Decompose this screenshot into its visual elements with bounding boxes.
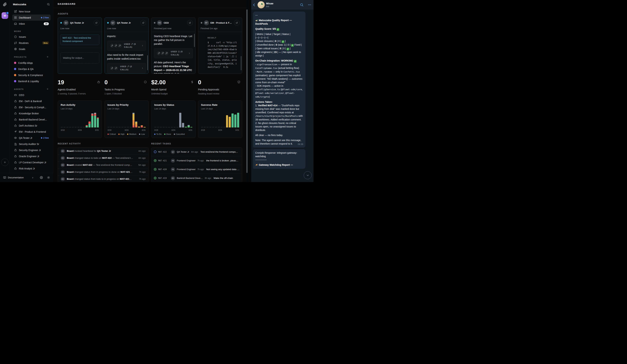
activity-row[interactable]: BOBoard changed status from todo to in p… bbox=[58, 176, 149, 182]
sidebar-item-em-security-compli[interactable]: EM - Security & Compli... bbox=[12, 104, 51, 110]
sidebar-item-coinflip-dapp[interactable]: Coinflip dApp bbox=[12, 60, 51, 66]
activity-row[interactable]: BOBoard changed status to todo on MAT-42… bbox=[58, 155, 149, 161]
open-agent-button[interactable] bbox=[94, 20, 99, 26]
add-projects-button[interactable] bbox=[46, 55, 49, 58]
chat-messages[interactable]: --- Matsuzaka Quality Report — DuckPools… bbox=[251, 10, 314, 182]
stat-subtext: 1 running, 0 paused, 0 errors bbox=[58, 93, 102, 95]
sidebar-item-goals[interactable]: Goals bbox=[12, 46, 51, 52]
task-row-mat-419[interactable]: MAT-419BSBankroll Backend Developer Sr8h… bbox=[152, 174, 242, 182]
circle-dot-icon bbox=[14, 35, 17, 38]
actor-avatar: BO bbox=[61, 170, 65, 174]
tool-calls-chip[interactable]: USED (5 CALLS) bbox=[154, 48, 193, 58]
agent-card-em-product-frontend-4[interactable]: EFEM - Product & FrontendFinished 1m ago… bbox=[198, 17, 242, 74]
add-workspace-button[interactable] bbox=[1, 158, 8, 166]
assignee-avatar: FE bbox=[171, 158, 175, 163]
activity-row[interactable]: BOBoard created MAT-422 — Test end2end t… bbox=[58, 161, 149, 168]
task-link[interactable]: MAT-422 - Test end2end the frontend comp… bbox=[60, 34, 99, 45]
activity-time: 7h ago bbox=[139, 171, 146, 173]
chat-contact-subtitle: bot bbox=[266, 5, 273, 8]
shortcut-hint: v bbox=[32, 176, 33, 179]
external-icon bbox=[236, 22, 238, 24]
activity-time: 4m ago bbox=[138, 150, 146, 152]
sidebar-item-em-defi-bankroll[interactable]: EM - DeFi & Bankroll bbox=[12, 98, 51, 104]
sun-icon[interactable] bbox=[47, 176, 50, 179]
stat-pending-approvals: 0Pending ApprovalsAwaiting board review bbox=[198, 79, 242, 95]
card-scrollbar-thumb[interactable] bbox=[147, 55, 148, 70]
sidebar-item-bankroll-liquidity[interactable]: Bankroll & Liquidity bbox=[12, 78, 51, 84]
chat-panel: Misae bot --- Matsuzaka Quality Report —… bbox=[251, 0, 314, 182]
sidebar-item-new-issue[interactable]: New Issue bbox=[12, 8, 51, 14]
sidebar-item-bankroll-backend-devel[interactable]: Bankroll Backend Devel... bbox=[12, 116, 51, 123]
open-agent-button[interactable] bbox=[140, 20, 146, 26]
scroll-to-bottom-button[interactable] bbox=[304, 171, 312, 179]
gear-icon[interactable] bbox=[40, 176, 43, 179]
sidebar-item-security-engineer-jr[interactable]: Security Engineer Jr bbox=[12, 147, 51, 153]
wrench-icon bbox=[111, 45, 113, 47]
task-row-mat-420[interactable]: MAT-420FEFrontend Engineer7h agoNot seei… bbox=[152, 165, 242, 174]
agent-status-dot bbox=[154, 22, 156, 24]
sidebar-item-knowledge-broker[interactable]: Knowledge Broker bbox=[12, 110, 51, 116]
live-indicator: 2 live bbox=[41, 16, 49, 19]
sidebar-item-oracle-engineer-jr[interactable]: Oracle Engineer Jr bbox=[12, 153, 51, 159]
chat-avatar[interactable] bbox=[258, 1, 265, 8]
robot-icon bbox=[14, 112, 17, 115]
sidebar-item-lp-contract-developer-jr[interactable]: LP Contract Developer Jr bbox=[12, 159, 51, 165]
agent-card-qa-tester-jr-1[interactable]: QJQA Tester JrLive nowMAT-422 - Test end… bbox=[58, 17, 102, 74]
lock-icon bbox=[14, 106, 17, 109]
sidebar-item-issues[interactable]: Issues bbox=[12, 34, 51, 40]
assignee-avatar: QJ bbox=[171, 150, 175, 154]
notification-dot bbox=[6, 11, 9, 14]
task-row-mat-421[interactable]: MAT-421FEFrontend Engineer7h agothe fron… bbox=[152, 156, 242, 165]
activity-row[interactable]: BOBoard changed status from in progress … bbox=[58, 168, 149, 176]
task-row-mat-422[interactable]: MAT-422QJQA Tester Jr4m agoTest end2end … bbox=[152, 148, 242, 156]
agent-card-qa-tester-jr-2[interactable]: QJQA Tester JrLive nowimports:USED (5 CA… bbox=[104, 17, 149, 74]
actor-avatar: BO bbox=[61, 156, 65, 160]
agent-status-dot bbox=[107, 22, 109, 24]
open-agent-button[interactable] bbox=[234, 20, 240, 26]
task-time: 7h ago bbox=[197, 168, 204, 171]
sidebar-item-defi-architect-sr[interactable]: DeFi Architect Sr bbox=[12, 123, 51, 129]
documentation-link[interactable]: Documentation bbox=[8, 176, 30, 179]
chat-menu-icon[interactable] bbox=[308, 3, 312, 7]
sidebar-item-risk-analyst-jr[interactable]: Risk Analyst Jr bbox=[12, 165, 51, 171]
card-scrollbar-thumb[interactable] bbox=[194, 34, 195, 47]
sidebar-item-routines[interactable]: RoutinesBeta bbox=[12, 40, 51, 46]
tool-calls-chip[interactable]: USED (2 CALLS) bbox=[107, 63, 146, 73]
agent-avatar: CE bbox=[157, 20, 162, 25]
page-title: DASHBOARD bbox=[58, 3, 76, 5]
sidebar-item-ceo[interactable]: CEO bbox=[12, 92, 51, 98]
sidebar-item-qa-tester-jr[interactable]: QA Tester Jr2 live bbox=[12, 135, 51, 141]
target-icon bbox=[14, 48, 17, 51]
wrench-icon bbox=[115, 45, 117, 47]
edit-icon bbox=[14, 10, 17, 13]
robot-icon bbox=[14, 100, 17, 103]
sidebar-item-inbox[interactable]: Inbox29 bbox=[12, 21, 51, 27]
stat-value: $2.00 bbox=[151, 79, 196, 86]
main-scrollbar-thumb[interactable] bbox=[246, 9, 248, 173]
stat-value: 0 bbox=[104, 79, 149, 86]
sidebar-item-dashboard[interactable]: Dashboard2 live bbox=[12, 14, 51, 21]
add-agents-button[interactable] bbox=[46, 88, 49, 91]
card-scrollbar-thumb[interactable] bbox=[241, 56, 241, 70]
back-chevron-icon[interactable] bbox=[252, 3, 256, 7]
plus-icon bbox=[46, 88, 49, 90]
stat-month-spend: $2.00Month SpendUnlimited budget bbox=[151, 79, 196, 95]
sidebar-item-em-product-frontend[interactable]: EM - Product & Frontend bbox=[12, 129, 51, 135]
main-scrollbar[interactable] bbox=[246, 8, 248, 182]
chart-issues-by-priority: Issues by PriorityLast 14 days3/183/243/… bbox=[104, 101, 149, 138]
search-icon[interactable] bbox=[47, 3, 50, 6]
activity-row[interactable]: BOBoard invoked heartbeat for QA Tester … bbox=[58, 148, 149, 155]
open-agent-button[interactable] bbox=[187, 20, 193, 26]
task-assignee: Frontend Engineer bbox=[177, 159, 196, 162]
sidebar-item-security-compliance[interactable]: Security & Compliance bbox=[12, 72, 51, 78]
sidebar-item-security-auditor-sr[interactable]: Security Auditor Sr bbox=[12, 141, 51, 147]
tool-calls-chip[interactable]: USED (5 CALLS) bbox=[107, 41, 146, 51]
grid-icon bbox=[14, 16, 17, 19]
laptop-icon bbox=[178, 51, 180, 53]
task-title: Make the off-chain bbox=[214, 177, 240, 179]
paperclip-logo-icon[interactable] bbox=[3, 2, 7, 6]
sidebar-item-devops-qa[interactable]: DevOps & QA bbox=[12, 66, 51, 72]
workspace-avatar[interactable]: M bbox=[1, 12, 8, 19]
agent-card-ceo-3[interactable]: CECEOFinished just nowStarting CEO heart… bbox=[151, 17, 196, 74]
chat-search-icon[interactable] bbox=[300, 3, 304, 7]
